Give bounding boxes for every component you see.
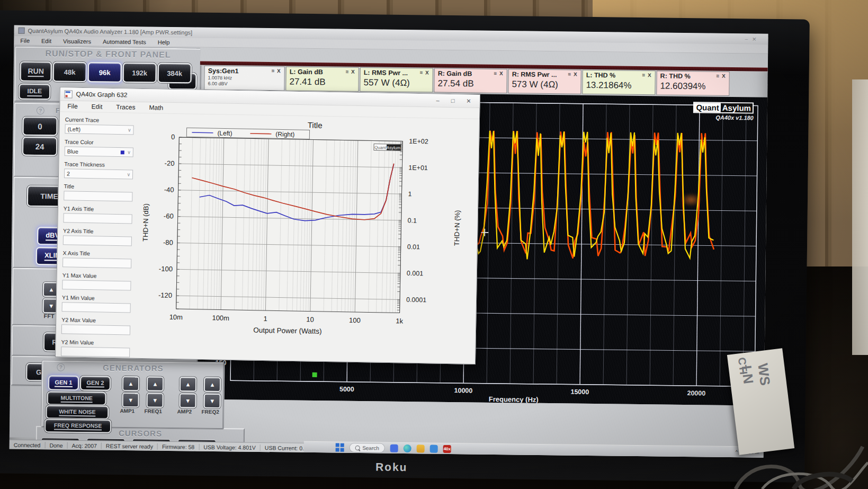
graph-menu-math[interactable]: Math: [149, 104, 163, 111]
chat-icon[interactable]: [390, 444, 398, 452]
status-firmware: Firmware: 58: [158, 443, 199, 450]
meter-label: L: Gain dB: [290, 68, 323, 76]
input-range-button-24[interactable]: 24: [22, 137, 57, 156]
field-label: Y2 Min Value: [61, 339, 130, 346]
maximize-icon[interactable]: □: [451, 97, 455, 104]
search-placeholder: Search: [362, 445, 379, 451]
file-explorer-icon[interactable]: [417, 444, 425, 452]
svg-text:-20: -20: [165, 159, 175, 167]
meter-value: 27.41 dB: [289, 77, 355, 88]
meter-menu-close-icons[interactable]: ≡ X: [494, 70, 503, 78]
freq2-up-icon[interactable]: ▲: [204, 377, 221, 392]
field-x-axis-title: X Axis Title: [62, 250, 132, 268]
menu-item-file[interactable]: File: [20, 37, 30, 43]
amp1-down-icon[interactable]: ▼: [122, 393, 139, 407]
logo-quant: Quant: [694, 103, 721, 112]
mail-icon[interactable]: [430, 444, 438, 452]
meter-menu-close-icons[interactable]: ≡ X: [345, 69, 355, 76]
freq2-label: FREQ2: [201, 409, 219, 415]
svg-text:THD+N (dB): THD+N (dB): [141, 203, 150, 242]
meter-menu-close-icons[interactable]: ≡ X: [642, 72, 651, 79]
field-y1-axis-title: Y1 Axis Title: [63, 205, 132, 224]
meter-menu-close-icons[interactable]: ≡ X: [716, 73, 726, 81]
meter-menu-close-icons[interactable]: ≡ X: [419, 69, 429, 77]
thd-chart-area: 0-20-40-60-80-100-12010m100m1101001k1E+0…: [134, 113, 473, 358]
help-icon[interactable]: ?: [57, 363, 65, 371]
field-label: Current Trace: [65, 116, 134, 123]
search-input[interactable]: Search: [349, 443, 385, 453]
field-label: X Axis Title: [62, 250, 131, 257]
freq1-down-icon[interactable]: ▼: [147, 393, 164, 407]
field-label: Y2 Axis Title: [63, 227, 132, 235]
field-input[interactable]: [62, 257, 131, 268]
field-input[interactable]: [61, 324, 130, 335]
input-range-button-0[interactable]: 0: [22, 117, 57, 136]
menu-item-visualizers[interactable]: Visualizers: [63, 38, 91, 45]
svg-text:10: 10: [306, 315, 314, 323]
field-input[interactable]: [63, 213, 132, 224]
generator-button-multitone[interactable]: MULTITONE: [47, 391, 106, 405]
status-connected: Connected: [10, 442, 46, 449]
rate-button-384k[interactable]: 384k: [157, 63, 191, 84]
field-value: (Left): [67, 126, 80, 132]
generator-button-gen-2[interactable]: GEN 2: [80, 376, 111, 391]
status-usb-voltage: USB Voltage: 4.801V: [199, 444, 261, 451]
menu-item-edit[interactable]: Edit: [41, 38, 51, 44]
field-label: Title: [64, 183, 133, 190]
field-input[interactable]: [62, 302, 131, 313]
amp2-spinner[interactable]: ▲▼: [179, 377, 196, 408]
menu-item-automated-tests[interactable]: Automated Tests: [103, 38, 146, 45]
menu-item-help[interactable]: Help: [158, 39, 170, 45]
rate-button-192k[interactable]: 192k: [122, 63, 156, 83]
run-button[interactable]: RUN: [20, 61, 51, 82]
minimize-icon[interactable]: –: [436, 97, 439, 104]
field-input[interactable]: [63, 235, 132, 246]
idle-button[interactable]: IDLE: [19, 84, 50, 100]
amp1-spinner[interactable]: ▲▼: [122, 376, 140, 407]
close-icon: ✕: [752, 36, 761, 42]
amp2-up-icon[interactable]: ▲: [180, 377, 196, 392]
help-icon[interactable]: ?: [37, 106, 44, 114]
browser-icon[interactable]: [404, 444, 411, 452]
rate-button-96k[interactable]: 96k: [87, 62, 121, 83]
generators-header: GENERATORS: [43, 362, 223, 374]
field-dropdown[interactable]: 2∨: [64, 168, 133, 179]
close-icon[interactable]: ✕: [466, 97, 471, 104]
search-icon: [355, 445, 360, 450]
freq1-up-icon[interactable]: ▲: [147, 376, 164, 391]
freq2-spinner[interactable]: ▲▼: [203, 377, 221, 408]
field-input[interactable]: [62, 280, 131, 290]
svg-text:100m: 100m: [212, 314, 229, 322]
field-dropdown[interactable]: Blue∨: [65, 146, 133, 157]
amp1-up-icon[interactable]: ▲: [122, 376, 139, 391]
generator-button-white-noise[interactable]: WHITE NOISE: [46, 405, 109, 419]
graph-menu-file[interactable]: File: [67, 102, 78, 110]
meter-value: 573 W (4Ω): [512, 79, 577, 90]
app-window-controls[interactable]: –✕: [745, 36, 760, 42]
field-input[interactable]: [61, 346, 130, 357]
field-input[interactable]: [64, 191, 132, 201]
generator-button-freq-response[interactable]: FREQ RESPONSE: [44, 419, 111, 433]
field-value: Blue: [67, 148, 78, 154]
generator-button-gen-1[interactable]: GEN 1: [48, 375, 79, 390]
graph-menu-traces[interactable]: Traces: [116, 103, 135, 111]
meter-menu-close-icons[interactable]: ≡ X: [271, 68, 281, 75]
meter-label: R: THD %: [660, 72, 691, 80]
rate-button-48k[interactable]: 48k: [52, 61, 86, 82]
generator-marker: [312, 372, 317, 377]
freq1-spinner[interactable]: ▲▼: [147, 376, 164, 407]
qa40x-app-icon[interactable]: 40x: [443, 444, 451, 452]
field-label: Y1 Max Value: [62, 272, 131, 279]
meter-l-thd-: L: THD %≡ X13.21864%: [582, 70, 656, 95]
graph-menu-edit[interactable]: Edit: [92, 103, 103, 110]
svg-text:-40: -40: [164, 185, 174, 193]
field-dropdown[interactable]: (Left)∨: [65, 124, 133, 135]
svg-text:-80: -80: [163, 238, 173, 246]
freq2-down-icon[interactable]: ▼: [203, 394, 220, 408]
meter-r-thd-: R: THD %≡ X12.60394%: [656, 70, 730, 96]
meter-l-rms-pwr-: L: RMS Pwr ...≡ X557 W (4Ω): [360, 67, 433, 93]
paper-edge: [852, 79, 868, 355]
meter-menu-close-icons[interactable]: ≡ X: [568, 71, 577, 78]
start-button[interactable]: [336, 443, 344, 452]
amp2-down-icon[interactable]: ▼: [179, 393, 196, 408]
